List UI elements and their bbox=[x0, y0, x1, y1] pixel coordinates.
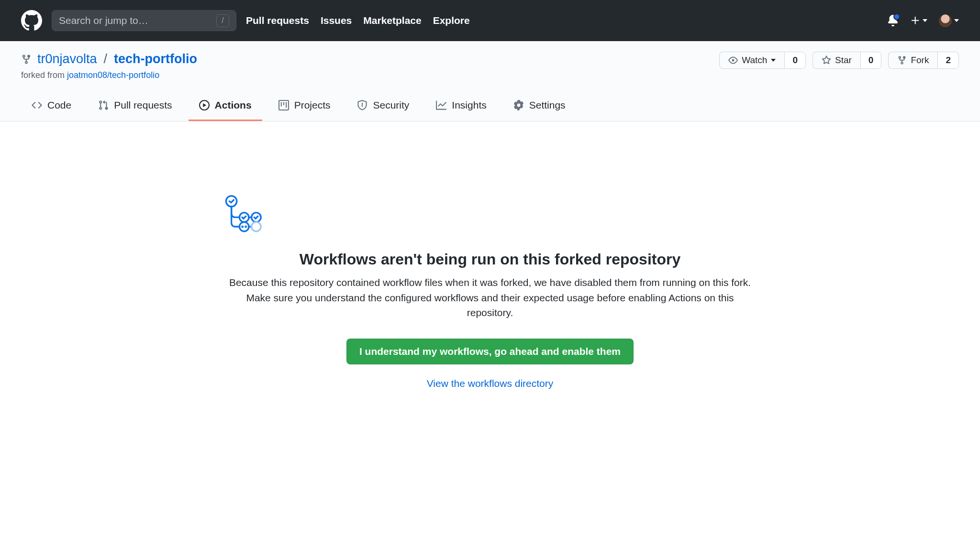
create-new-dropdown[interactable] bbox=[910, 15, 927, 26]
tab-label: Projects bbox=[294, 99, 331, 111]
watch-count[interactable]: 0 bbox=[784, 52, 806, 69]
svg-point-6 bbox=[252, 222, 261, 231]
svg-point-3 bbox=[239, 222, 249, 231]
star-count[interactable]: 0 bbox=[860, 52, 882, 69]
mark-github-icon bbox=[21, 10, 42, 31]
tab-actions[interactable]: Actions bbox=[189, 94, 262, 121]
fork-label: Fork bbox=[911, 55, 929, 66]
tab-label: Actions bbox=[215, 99, 252, 111]
shield-icon bbox=[357, 100, 368, 110]
tab-label: Pull requests bbox=[114, 99, 172, 111]
nav-pull-requests[interactable]: Pull requests bbox=[246, 15, 309, 26]
star-label: Star bbox=[835, 55, 852, 66]
gear-icon bbox=[513, 100, 524, 110]
caret-down-icon bbox=[923, 19, 927, 22]
notifications-button[interactable] bbox=[887, 15, 899, 26]
star-icon bbox=[822, 55, 831, 65]
blankslate-description: Because this repository contained workfl… bbox=[222, 275, 758, 320]
caret-down-icon bbox=[954, 19, 959, 22]
tab-pull-requests[interactable]: Pull requests bbox=[88, 94, 182, 121]
actions-blankslate: Workflows aren't being run on this forke… bbox=[203, 121, 777, 408]
search-input[interactable]: Search or jump to… / bbox=[52, 10, 236, 31]
primary-nav: Pull requests Issues Marketplace Explore bbox=[246, 15, 470, 26]
repo-title: tr0njavolta / tech-portfolio bbox=[21, 52, 197, 66]
search-hotkey-badge: / bbox=[216, 14, 229, 27]
nav-issues[interactable]: Issues bbox=[321, 15, 352, 26]
nav-marketplace[interactable]: Marketplace bbox=[363, 15, 421, 26]
tab-insights[interactable]: Insights bbox=[425, 94, 497, 121]
caret-down-icon bbox=[771, 59, 776, 62]
svg-point-5 bbox=[245, 226, 246, 227]
user-menu-dropdown[interactable] bbox=[939, 14, 959, 27]
repo-owner-link[interactable]: tr0njavolta bbox=[37, 52, 97, 66]
tab-security[interactable]: Security bbox=[346, 94, 420, 121]
repo-path-separator: / bbox=[103, 52, 109, 66]
play-circle-icon bbox=[199, 100, 210, 110]
tab-label: Code bbox=[47, 99, 71, 111]
workflow-illustration-icon bbox=[222, 193, 262, 233]
repo-tabs: Code Pull requests Actions Projects Secu… bbox=[21, 94, 959, 121]
global-header: Search or jump to… / Pull requests Issue… bbox=[0, 0, 980, 41]
view-workflows-link[interactable]: View the workflows directory bbox=[222, 378, 758, 389]
watch-button[interactable]: Watch bbox=[719, 52, 784, 69]
forked-from-link[interactable]: joatmon08/tech-portfolio bbox=[67, 70, 159, 80]
forked-from-line: forked from joatmon08/tech-portfolio bbox=[21, 70, 197, 80]
nav-explore[interactable]: Explore bbox=[433, 15, 470, 26]
tab-settings[interactable]: Settings bbox=[503, 94, 576, 121]
project-icon bbox=[278, 100, 289, 110]
plus-icon bbox=[910, 15, 921, 26]
git-pull-request-icon bbox=[98, 100, 109, 110]
repo-header: tr0njavolta / tech-portfolio forked from… bbox=[0, 41, 980, 121]
tab-projects[interactable]: Projects bbox=[268, 94, 341, 121]
notification-indicator-dot bbox=[893, 13, 900, 20]
fork-button[interactable]: Fork bbox=[888, 52, 937, 69]
github-logo[interactable] bbox=[21, 10, 42, 31]
tab-label: Settings bbox=[529, 99, 566, 111]
avatar bbox=[939, 14, 952, 27]
code-icon bbox=[32, 100, 42, 110]
blankslate-heading: Workflows aren't being run on this forke… bbox=[222, 251, 758, 268]
star-button[interactable]: Star bbox=[813, 52, 860, 69]
eye-icon bbox=[728, 55, 738, 65]
enable-workflows-button[interactable]: I understand my workflows, go ahead and … bbox=[346, 339, 634, 364]
tab-label: Insights bbox=[452, 99, 486, 111]
repo-action-buttons: Watch 0 Star 0 Fork 2 bbox=[719, 52, 959, 69]
fork-count[interactable]: 2 bbox=[937, 52, 959, 69]
svg-point-4 bbox=[242, 226, 243, 227]
tab-code[interactable]: Code bbox=[21, 94, 82, 121]
header-right bbox=[887, 14, 959, 27]
search-placeholder-text: Search or jump to… bbox=[59, 15, 148, 26]
repo-name-link[interactable]: tech-portfolio bbox=[114, 52, 197, 66]
tab-label: Security bbox=[373, 99, 409, 111]
watch-label: Watch bbox=[742, 55, 767, 66]
forked-from-prefix: forked from bbox=[21, 70, 67, 80]
repo-forked-icon bbox=[897, 55, 907, 65]
graph-icon bbox=[436, 100, 446, 110]
repo-forked-icon bbox=[21, 54, 32, 65]
